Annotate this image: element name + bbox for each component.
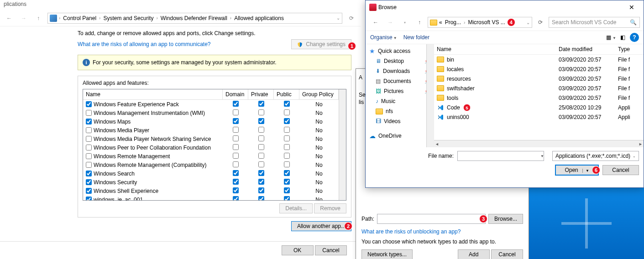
- public-checkbox[interactable]: [284, 135, 290, 141]
- tree-item[interactable]: ☁OneDrive: [366, 131, 434, 141]
- app-checkbox[interactable]: [86, 127, 92, 133]
- table-row[interactable]: Windows Remote Management (Compatibility…: [83, 161, 346, 169]
- file-row[interactable]: resources03/09/2020 20:57File f: [434, 74, 644, 83]
- network-types-button[interactable]: Network types...: [361, 249, 413, 259]
- refresh-icon[interactable]: ⟳: [346, 13, 357, 24]
- tree-item[interactable]: 🖼Pictures📌: [366, 86, 434, 96]
- filename-dropdown-icon[interactable]: ▼: [540, 154, 544, 158]
- filename-input[interactable]: [457, 151, 544, 161]
- domain-checkbox[interactable]: [233, 127, 239, 133]
- tree-item[interactable]: nfs: [366, 106, 434, 116]
- table-row[interactable]: Windows Remote Management No: [83, 152, 346, 161]
- new-folder-button[interactable]: New folder: [403, 34, 429, 41]
- help-icon[interactable]: ?: [630, 33, 639, 42]
- app-checkbox[interactable]: [86, 197, 92, 200]
- public-checkbox[interactable]: [284, 161, 290, 167]
- private-checkbox[interactable]: [258, 161, 264, 167]
- back-icon[interactable]: ←: [4, 13, 15, 24]
- change-settings-button[interactable]: Change settings: [291, 39, 351, 49]
- domain-checkbox[interactable]: [233, 170, 239, 176]
- file-list[interactable]: Name Date modified Type bin03/09/2020 20…: [434, 44, 644, 147]
- domain-checkbox[interactable]: [233, 144, 239, 150]
- list-header[interactable]: Name Domain Private Public Group Policy: [83, 89, 346, 100]
- private-checkbox[interactable]: [258, 153, 264, 159]
- private-checkbox[interactable]: [258, 101, 264, 107]
- public-checkbox[interactable]: [284, 153, 290, 159]
- private-checkbox[interactable]: [258, 170, 264, 176]
- path-part-b[interactable]: Microsoft VS ...: [467, 19, 506, 26]
- browse-cancel-button[interactable]: Cancel: [602, 165, 639, 175]
- view-options-icon[interactable]: ▦ ▼: [606, 34, 616, 41]
- risks-link[interactable]: What are the risks of allowing an app to…: [78, 41, 210, 47]
- col-name[interactable]: Name: [83, 89, 223, 99]
- public-checkbox[interactable]: [284, 170, 290, 176]
- app-checkbox[interactable]: [86, 188, 92, 194]
- browse-button[interactable]: Browse...: [488, 214, 523, 224]
- path-part-a[interactable]: Prog...: [444, 19, 462, 26]
- private-checkbox[interactable]: [258, 144, 264, 150]
- crumb-sys[interactable]: System and Security: [102, 15, 154, 21]
- table-row[interactable]: windows_ie_ac_001 No: [83, 195, 346, 200]
- unblock-risks-link[interactable]: What are the risks of unblocking an app?: [361, 228, 461, 235]
- table-row[interactable]: Windows Feature Experience Pack No: [83, 100, 346, 109]
- close-icon[interactable]: ✕: [623, 2, 640, 12]
- app-checkbox[interactable]: [86, 162, 92, 168]
- file-row[interactable]: tools03/09/2020 20:57File f: [434, 93, 644, 103]
- file-list-header[interactable]: Name Date modified Type: [434, 44, 644, 55]
- private-checkbox[interactable]: [258, 127, 264, 133]
- domain-checkbox[interactable]: [233, 109, 239, 115]
- app-checkbox[interactable]: [86, 136, 92, 142]
- tree-item[interactable]: 🎞Videos: [366, 116, 434, 126]
- public-checkbox[interactable]: [284, 118, 290, 124]
- table-row[interactable]: Windows Security No: [83, 178, 346, 186]
- h-scrollbar[interactable]: ◄►: [434, 140, 644, 147]
- table-row[interactable]: Windows Media Player No: [83, 126, 346, 135]
- table-row[interactable]: Windows Media Player Network Sharing Ser…: [83, 135, 346, 143]
- browse-path[interactable]: « Prog... › Microsoft VS ... 4 ⌄: [428, 17, 532, 28]
- breadcrumb[interactable]: › Control Panel › System and Security › …: [47, 13, 342, 24]
- domain-checkbox[interactable]: [233, 161, 239, 167]
- col-file-date[interactable]: Date modified: [559, 46, 618, 52]
- table-row[interactable]: Windows Shell Experience No: [83, 186, 346, 195]
- details-button[interactable]: Details...: [279, 203, 313, 213]
- domain-checkbox[interactable]: [233, 187, 239, 193]
- table-row[interactable]: Windows Management Instrumentation (WMI)…: [83, 109, 346, 117]
- open-split-icon[interactable]: ▼: [582, 169, 589, 173]
- col-private[interactable]: Private: [248, 89, 274, 99]
- tree-item[interactable]: 🖥Desktop📌: [366, 56, 434, 66]
- public-checkbox[interactable]: [284, 196, 290, 201]
- public-checkbox[interactable]: [284, 109, 290, 115]
- organise-menu[interactable]: Organise▼: [370, 34, 397, 41]
- ok-button[interactable]: OK: [282, 245, 314, 255]
- domain-checkbox[interactable]: [233, 153, 239, 159]
- public-checkbox[interactable]: [284, 101, 290, 107]
- col-public[interactable]: Public: [274, 89, 299, 99]
- refresh-icon[interactable]: ⟳: [534, 17, 547, 28]
- app-checkbox[interactable]: [86, 179, 92, 185]
- private-checkbox[interactable]: [258, 196, 264, 201]
- preview-pane-icon[interactable]: ◧: [620, 34, 625, 41]
- tree-item[interactable]: ▤Documents📌: [366, 76, 434, 86]
- table-row[interactable]: Windows Maps No: [83, 117, 346, 126]
- domain-checkbox[interactable]: [233, 135, 239, 141]
- crumb-wdf[interactable]: Windows Defender Firewall: [160, 15, 228, 21]
- col-group-policy[interactable]: Group Policy: [299, 89, 339, 99]
- public-checkbox[interactable]: [284, 179, 290, 185]
- cancel-button[interactable]: Cancel: [315, 245, 347, 255]
- tree-item[interactable]: ⬇Downloads📌: [366, 66, 434, 76]
- col-domain[interactable]: Domain: [223, 89, 248, 99]
- crumb-cp[interactable]: Control Panel: [62, 15, 97, 21]
- table-row[interactable]: Windows Peer to Peer Collaboration Found…: [83, 143, 346, 152]
- file-row[interactable]: locales03/09/2020 20:57File f: [434, 64, 644, 74]
- remove-button[interactable]: Remove: [314, 203, 346, 213]
- public-checkbox[interactable]: [284, 187, 290, 193]
- chevron-down-icon[interactable]: ⌄: [336, 16, 340, 21]
- domain-checkbox[interactable]: [233, 118, 239, 124]
- nav-recent-icon[interactable]: ▾: [398, 17, 411, 28]
- addapp-cancel-button[interactable]: Cancel: [491, 249, 523, 259]
- file-row[interactable]: bin03/09/2020 20:57File f: [434, 55, 644, 64]
- up-icon[interactable]: ↑: [33, 13, 44, 24]
- app-checkbox[interactable]: [86, 101, 92, 107]
- allow-another-app-button[interactable]: Allow another app...: [291, 221, 351, 231]
- nav-up-icon[interactable]: ↑: [413, 17, 426, 28]
